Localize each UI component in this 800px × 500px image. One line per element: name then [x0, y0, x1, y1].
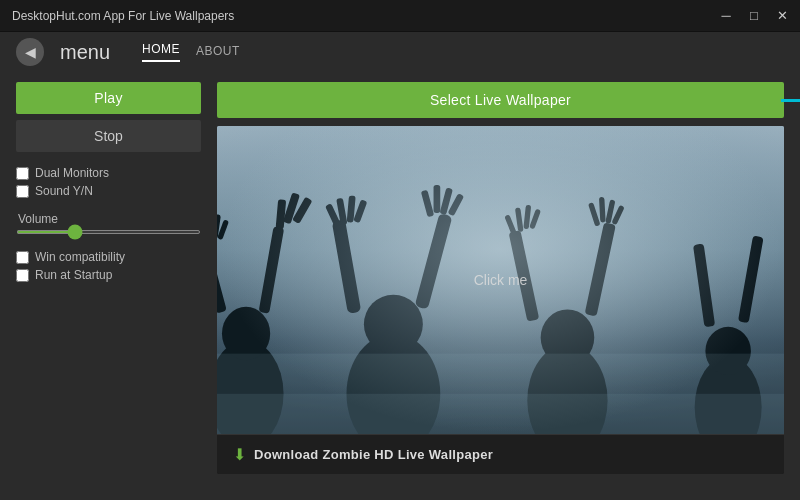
- back-button[interactable]: ◀: [16, 38, 44, 66]
- main-content: Play Stop Dual Monitors Sound Y/N Volume…: [0, 66, 800, 490]
- startup-group: Win compatibility Run at Startup: [16, 250, 201, 282]
- volume-slider[interactable]: [16, 230, 201, 234]
- sound-label: Sound Y/N: [35, 184, 93, 198]
- run-startup-checkbox[interactable]: [16, 269, 29, 282]
- title-bar-text: DesktopHut.com App For Live Wallpapers: [8, 9, 234, 23]
- win-compat-label: Win compatibility: [35, 250, 125, 264]
- dual-monitors-checkbox[interactable]: [16, 167, 29, 180]
- dual-monitors-option[interactable]: Dual Monitors: [16, 166, 201, 180]
- left-panel: Play Stop Dual Monitors Sound Y/N Volume…: [16, 82, 201, 474]
- title-bar-controls: ─ □ ✕: [716, 6, 792, 26]
- zombie-scene: Click me: [217, 126, 784, 434]
- fog-overlay: [217, 126, 784, 434]
- menu-bar: ◀ menu HOME ABOUT: [0, 32, 800, 66]
- preview-area[interactable]: Click me ⬇ Download Zombie HD Live Wallp…: [217, 126, 784, 474]
- volume-section: Volume: [16, 212, 201, 234]
- download-bar: ⬇ Download Zombie HD Live Wallpaper: [217, 434, 784, 474]
- win-compat-checkbox[interactable]: [16, 251, 29, 264]
- select-wallpaper-button[interactable]: Select Live Wallpaper: [217, 82, 784, 118]
- arrow-line: [781, 99, 800, 102]
- close-button[interactable]: ✕: [772, 6, 792, 26]
- nav-links: HOME ABOUT: [142, 42, 240, 62]
- back-icon: ◀: [25, 44, 36, 60]
- dual-monitors-label: Dual Monitors: [35, 166, 109, 180]
- download-text: Download Zombie HD Live Wallpaper: [254, 447, 493, 462]
- download-icon: ⬇: [233, 445, 246, 464]
- stop-button[interactable]: Stop: [16, 120, 201, 152]
- minimize-button[interactable]: ─: [716, 6, 736, 26]
- maximize-button[interactable]: □: [744, 6, 764, 26]
- play-button[interactable]: Play: [16, 82, 201, 114]
- sound-checkbox[interactable]: [16, 185, 29, 198]
- run-startup-option[interactable]: Run at Startup: [16, 268, 201, 282]
- nav-about[interactable]: ABOUT: [196, 44, 240, 62]
- title-bar: DesktopHut.com App For Live Wallpapers ─…: [0, 0, 800, 32]
- sound-option[interactable]: Sound Y/N: [16, 184, 201, 198]
- run-startup-label: Run at Startup: [35, 268, 112, 282]
- menu-title: menu: [60, 41, 110, 64]
- options-group: Dual Monitors Sound Y/N: [16, 166, 201, 198]
- nav-home[interactable]: HOME: [142, 42, 180, 62]
- right-panel: Select Live Wallpaper: [217, 82, 784, 474]
- arrow-indicator: [781, 91, 800, 109]
- win-compat-option[interactable]: Win compatibility: [16, 250, 201, 264]
